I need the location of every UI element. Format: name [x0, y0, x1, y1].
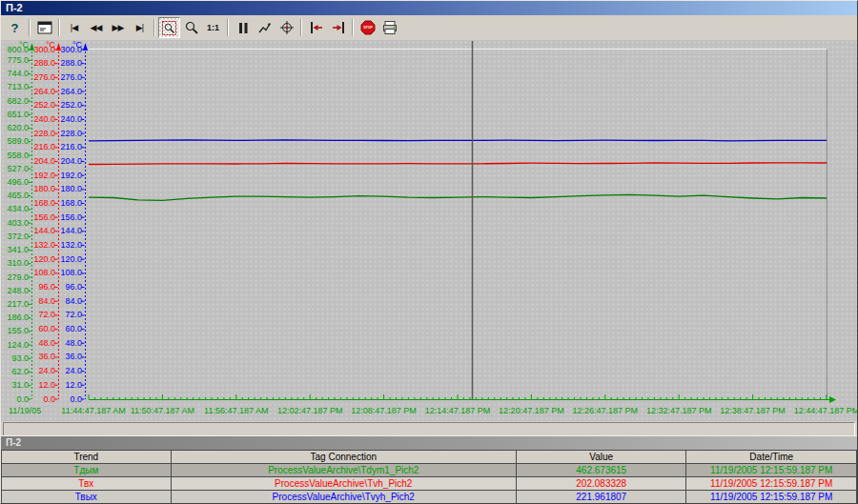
y-axis-tick-label: 228.0: [31, 129, 55, 139]
svg-text:STOP: STOP: [363, 26, 373, 30]
y-axis-tick-label: 168.0: [31, 198, 55, 209]
y-axis-tick-label: 496.0: [1, 177, 29, 188]
y-axis-tick-label: 264.0: [58, 87, 82, 97]
y-axis-tick-label: 12.0: [58, 380, 82, 391]
x-axis-tick-label: 12:08:47.187 PM: [351, 406, 417, 415]
y-axis-tick-label: 60.0: [31, 324, 55, 334]
cell-tag-connection: ProcessValueArchive\Tvh_Pich2: [171, 477, 516, 491]
cell-trend-name: Твх: [2, 477, 172, 491]
y-axis-tick-label: 192.0: [31, 171, 55, 181]
y-axis-tick-label: 72.0: [31, 310, 55, 320]
y-axis-tick-label: 108.0: [58, 268, 82, 278]
y-axis-tick-label: 682.0: [1, 96, 29, 107]
select-time-range-button[interactable]: [276, 17, 297, 38]
y-axis-tick-label: 279.0: [1, 272, 29, 283]
magnify-button[interactable]: [180, 17, 202, 38]
time-back-button[interactable]: [305, 17, 327, 38]
cell-trend-name: Твых: [2, 491, 172, 504]
y-axis-tick-label: 168.0: [58, 198, 82, 209]
y-axis-tick-label: 288.0: [31, 58, 55, 69]
y-axis-tick-label: 0.0: [31, 394, 55, 405]
x-axis-arrow-icon: [829, 396, 836, 403]
trend-line-0: [89, 194, 827, 200]
y-axis-tick-label: 96.0: [31, 282, 55, 292]
print-button[interactable]: [378, 17, 400, 38]
y-axis-tick-label: 36.0: [58, 352, 82, 362]
y-axis-tick-label: 264.0: [31, 87, 55, 97]
y-axis-tick-label: 156.0: [58, 212, 82, 223]
y-axis-tick-label: 204.0: [31, 156, 55, 167]
table-header-row: Trend Tag Connection Value Date/Time: [2, 451, 857, 464]
y-axis-tick-label: 0.0: [1, 394, 29, 405]
table-row[interactable]: Твых ProcessValueArchive\Tvyh_Pich2 221.…: [2, 491, 857, 504]
y-axis-tick-label: 240.0: [58, 114, 82, 125]
y-axis-tick-label: 216.0: [58, 142, 82, 152]
y-axis-tick-label: 248.0: [1, 286, 29, 296]
x-axis-tick-label: 12:14:47.187 PM: [425, 406, 491, 415]
y-axis-tick-label: 186.0: [1, 312, 29, 323]
table-row[interactable]: Твх ProcessValueArchive\Tvh_Pich2 202.08…: [2, 477, 857, 491]
x-axis-tick-label: 11:56:47.187 AM: [204, 406, 268, 415]
x-axis-tick-label: 12:32:47.187 PM: [646, 406, 712, 415]
y-axis-tick-label: 144.0: [58, 226, 82, 236]
y-axis-tick-label: 465.0: [1, 191, 29, 201]
x-axis-tick-label: 12:38:47.187 PM: [720, 406, 786, 415]
y-axis-tick-label: 120.0: [31, 254, 55, 265]
one-to-one-button[interactable]: 1:1: [202, 17, 224, 38]
y-axis-tick-label: 800.0: [1, 45, 29, 55]
y-axis-tick-label: 12.0: [31, 380, 55, 391]
y-axis-tick-label: 0.0: [58, 394, 82, 405]
y-axis-tick-label: 713.0: [1, 82, 29, 92]
y-axis-tick-label: 276.0: [58, 72, 82, 83]
toolbar-separator: [58, 19, 60, 36]
y-axis-tick-label: 300.0: [58, 45, 82, 55]
y-axis-tick-label: 132.0: [58, 240, 82, 251]
y-axis-tick-label: 651.0: [1, 110, 29, 120]
trend-line-2: [89, 140, 827, 141]
cell-datetime: 11/19/2005 12:15:59.187 PM: [686, 477, 857, 491]
question-mark-icon: ?: [11, 21, 19, 35]
y-axis-tick-label: 132.0: [31, 240, 55, 251]
help-button[interactable]: ?: [4, 17, 26, 38]
y-axis-tick-label: 775.0: [1, 55, 29, 66]
last-record-button[interactable]: ▶|: [129, 17, 151, 38]
one-to-one-icon: 1:1: [207, 23, 219, 32]
table-window-titlebar[interactable]: П-2: [1, 436, 857, 450]
arrow-to-right-bar-icon: [331, 20, 346, 35]
magnifier-icon: [184, 20, 199, 35]
y-axis-tick-label: 217.0: [1, 299, 29, 310]
y-axis-tick-label: 300.0: [31, 45, 55, 55]
previous-record-button[interactable]: ◀◀: [85, 17, 107, 38]
y-axis-tick-label: 93.0: [1, 353, 29, 364]
y-axis-tick-label: 48.0: [58, 338, 82, 349]
y-axis-tick-label: 120.0: [58, 254, 82, 265]
y-axis-tick-label: 36.0: [31, 352, 55, 362]
select-trends-button[interactable]: [254, 17, 276, 38]
table-row[interactable]: Тдым ProcessValueArchive\Tdym1_Pich2 462…: [2, 464, 857, 477]
time-forward-button[interactable]: [327, 17, 349, 38]
statusbar: Trend in the foreground Tdym1_Pich2: [1, 421, 857, 435]
ruler-button[interactable]: [232, 17, 254, 38]
stop-update-button[interactable]: STOP: [357, 17, 378, 38]
cell-tag-connection: ProcessValueArchive\Tdym1_Pich2: [171, 464, 516, 477]
next-record-button[interactable]: ▶▶: [107, 17, 129, 38]
window-title: П-2: [6, 1, 23, 15]
y-axis-tick-label: 620.0: [1, 123, 29, 133]
y-axis-tick-label: 341.0: [1, 245, 29, 255]
y-axis-tick-label: 24.0: [58, 366, 82, 376]
last-record-icon: ▶|: [136, 23, 143, 32]
ruler-bars-icon: [235, 21, 251, 35]
column-header-trend: Trend: [2, 451, 172, 464]
y-axis-tick-label: 84.0: [58, 296, 82, 307]
main-titlebar[interactable]: П-2: [1, 1, 857, 15]
trend-table: Trend Tag Connection Value Date/Time Тды…: [1, 450, 857, 504]
y-axis-tick-label: 60.0: [58, 324, 82, 334]
zoom-area-button[interactable]: [158, 17, 180, 38]
properties-button[interactable]: [33, 17, 55, 38]
y-axis-tick-label: 589.0: [1, 136, 29, 147]
trend-line-1: [89, 163, 827, 165]
y-axis-tick-label: 192.0: [58, 171, 82, 181]
first-record-button[interactable]: |◀: [63, 17, 85, 38]
y-axis-tick-label: 744.0: [1, 69, 29, 79]
next-record-icon: ▶▶: [112, 23, 124, 32]
